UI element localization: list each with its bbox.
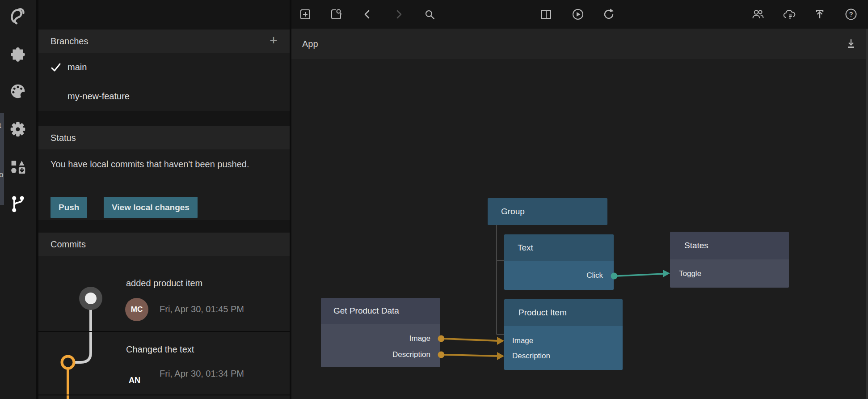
- branches-list: main my-new-feature: [38, 53, 290, 111]
- split-view-icon: [539, 7, 553, 21]
- view-local-changes-button[interactable]: View local changes: [104, 197, 198, 218]
- run-preview-button[interactable]: [571, 7, 585, 21]
- activity-item-marketplace[interactable]: [6, 155, 29, 178]
- status-message: You have local commits that haven't been…: [51, 157, 274, 172]
- nav-back-button[interactable]: [360, 7, 375, 21]
- port-toggle-input[interactable]: Toggle: [679, 259, 701, 288]
- commit-timestamp: Fri, Apr 30, 01:45 PM: [160, 304, 244, 314]
- component-search-icon: [329, 7, 343, 21]
- activity-item-settings[interactable]: [6, 117, 29, 140]
- search-icon: [422, 7, 437, 21]
- search-button[interactable]: [422, 7, 437, 21]
- commit-timestamp: Fri, Apr 30, 01:34 PM: [160, 369, 244, 379]
- panel-resize-handle[interactable]: [290, 0, 291, 399]
- artifact-letter: o: [0, 170, 3, 179]
- nav-forward-button[interactable]: [392, 7, 406, 21]
- version-control-panel: Branches + main my-new-feature Status Yo…: [38, 0, 290, 399]
- avatar: AN: [129, 369, 140, 392]
- node-get-product-data[interactable]: Get Product Data Image Description: [321, 298, 440, 367]
- commit-message: Changed the text: [126, 344, 194, 355]
- refresh-button[interactable]: [602, 7, 616, 21]
- branch-item-my-new-feature[interactable]: my-new-feature: [38, 82, 290, 111]
- node-states[interactable]: States Toggle: [670, 232, 789, 288]
- node-title: Text: [504, 234, 614, 261]
- breadcrumb[interactable]: App: [302, 29, 318, 59]
- node-title: States: [670, 232, 789, 259]
- branch-item-main[interactable]: main: [38, 53, 290, 82]
- node-title: Get Product Data: [321, 298, 440, 324]
- commits-section-header: Commits: [38, 233, 290, 256]
- play-circle-icon: [571, 7, 585, 21]
- node-text[interactable]: Text Click: [504, 234, 614, 290]
- activity-item-version-control[interactable]: [6, 192, 29, 215]
- port-image-output[interactable]: Image: [409, 331, 430, 346]
- git-branch-icon: [8, 194, 27, 213]
- canvas-header: App: [291, 29, 868, 59]
- port-click-output[interactable]: Click: [586, 261, 603, 290]
- add-node-button[interactable]: [298, 7, 312, 21]
- divider: [38, 395, 290, 395]
- branch-name: main: [67, 62, 87, 72]
- breadcrumb-root: App: [302, 39, 318, 49]
- add-branch-button[interactable]: +: [265, 31, 282, 49]
- node-title: Group: [488, 198, 607, 225]
- commit-message: added product item: [126, 278, 202, 289]
- port-description-output[interactable]: Description: [392, 347, 430, 362]
- shapes-import-icon: [7, 156, 28, 177]
- noodl-logo-icon: [7, 4, 28, 25]
- chevron-right-icon: [392, 7, 406, 21]
- chevron-left-icon: [360, 7, 375, 21]
- cloud-services-button[interactable]: [782, 7, 796, 21]
- palette-icon: [7, 81, 28, 101]
- commits-list: added product item MC Fri, Apr 30, 01:45…: [38, 256, 290, 399]
- svg-text:?: ?: [849, 10, 853, 18]
- node-product-item[interactable]: Product Item Image Description: [504, 299, 623, 370]
- main-toolbar: ?: [291, 0, 868, 29]
- cloud-icon: [782, 7, 796, 21]
- status-title: Status: [51, 133, 76, 143]
- refresh-icon: [602, 7, 616, 21]
- split-editor-button[interactable]: [539, 7, 553, 21]
- deploy-button[interactable]: [813, 7, 827, 21]
- gear-icon: [7, 119, 28, 139]
- download-button[interactable]: [844, 37, 858, 51]
- upload-icon: [813, 7, 827, 21]
- help-icon: ?: [844, 7, 858, 21]
- component-search-button[interactable]: [329, 7, 343, 21]
- push-button[interactable]: Push: [51, 197, 87, 218]
- node-editor-area: ? App Group Text Click States: [291, 0, 868, 399]
- commit-row[interactable]: added product item MC Fri, Apr 30, 01:45…: [38, 256, 290, 331]
- status-section-header: Status: [38, 126, 290, 149]
- branch-name: my-new-feature: [67, 91, 130, 102]
- activity-item-logo[interactable]: [6, 3, 29, 26]
- commits-title: Commits: [51, 239, 86, 250]
- status-section-body: You have local commits that haven't been…: [38, 149, 290, 220]
- node-title: Product Item: [504, 299, 623, 326]
- avatar: MC: [125, 298, 148, 321]
- check-icon: [49, 61, 63, 74]
- help-button[interactable]: ?: [844, 7, 858, 21]
- collaborators-button[interactable]: [751, 7, 765, 21]
- branches-title: Branches: [51, 36, 88, 47]
- port-image-input[interactable]: Image: [512, 333, 533, 348]
- puzzle-icon: [7, 43, 28, 64]
- port-description-input[interactable]: Description: [512, 348, 550, 364]
- users-icon: [751, 7, 765, 21]
- activity-item-styles[interactable]: [6, 79, 29, 102]
- commit-row[interactable]: Changed the text AN Fri, Apr 30, 01:34 P…: [38, 332, 290, 395]
- activity-item-components[interactable]: [6, 42, 29, 65]
- node-group[interactable]: Group: [488, 198, 607, 225]
- activity-bar: [0, 0, 38, 399]
- artifact-letter: t: [0, 121, 1, 130]
- add-node-icon: [298, 7, 312, 21]
- download-icon: [844, 37, 858, 51]
- clipped-window-artifact: t o: [0, 113, 4, 205]
- canvas-scrollbar[interactable]: [866, 29, 868, 399]
- branches-section-header: Branches +: [38, 30, 290, 53]
